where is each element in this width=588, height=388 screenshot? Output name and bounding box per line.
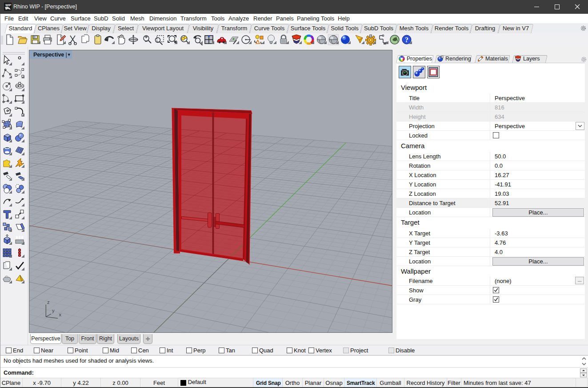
svg-text:x: x xyxy=(59,312,62,317)
svg-text:?: ? xyxy=(405,36,408,44)
svg-text:z: z xyxy=(47,299,50,305)
svg-text:y: y xyxy=(52,308,55,313)
svg-text:WIP: WIP xyxy=(5,4,12,7)
